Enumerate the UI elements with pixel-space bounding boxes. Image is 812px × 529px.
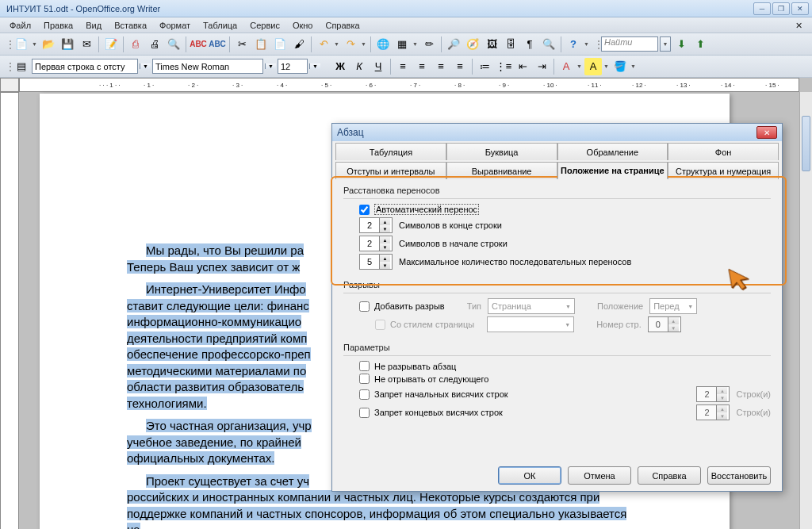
menu-help[interactable]: Справка <box>319 19 366 32</box>
tab-dropcap[interactable]: Буквица <box>446 143 557 160</box>
align-center-icon[interactable]: ≡ <box>413 58 431 75</box>
zoom-icon[interactable]: 🔍 <box>540 36 557 53</box>
font-name-select[interactable]: Times New Roman <box>152 59 263 74</box>
break-pos-select: Перед▼ <box>649 298 697 314</box>
open-icon[interactable]: 📂 <box>40 36 57 53</box>
ok-button[interactable]: ОК <box>498 466 561 485</box>
tab-background[interactable]: Фон <box>668 143 779 160</box>
horizontal-ruler[interactable]: · · · 1 · ·· 1 ·· 2 ·· 3 ·· 4 ·· 5 ·· 6 … <box>19 78 799 92</box>
font-size-select[interactable]: 12 <box>278 59 308 74</box>
dialog-tabs-row1: Табуляция Буквица Обрамление Фон <box>332 141 782 160</box>
auto-hyphen-check[interactable] <box>359 205 370 215</box>
undo-icon[interactable]: ↶ <box>315 36 332 53</box>
bg-color-icon[interactable]: 🪣 <box>611 58 629 75</box>
window-close-button[interactable]: ✕ <box>791 2 809 15</box>
keep-next-checkbox[interactable]: Не отрывать от следующего <box>359 374 488 384</box>
dialog-titlebar[interactable]: Абзац ✕ <box>332 124 782 141</box>
start-chars-label: Символов в начале строки <box>399 239 508 248</box>
dialog-body: Расстановка переносов Автоматический пер… <box>332 179 782 437</box>
align-left-icon[interactable]: ≡ <box>394 58 412 75</box>
tab-borders[interactable]: Обрамление <box>557 143 668 160</box>
styles-icon[interactable]: ▤ <box>13 58 30 75</box>
new-doc-icon[interactable]: 📄 <box>13 36 30 53</box>
break-type-label: Тип <box>467 301 481 311</box>
mail-icon[interactable]: ✉ <box>78 36 95 53</box>
end-chars-spinner[interactable]: ▲▼ <box>359 217 393 233</box>
tab-alignment[interactable]: Выравнивание <box>446 162 557 179</box>
menubar: Файл Правка Вид Вставка Формат Таблица С… <box>0 17 812 33</box>
preview-icon[interactable]: 🔍 <box>165 36 182 53</box>
underline-icon[interactable]: Ч <box>370 58 387 75</box>
page-style-checkbox: Со стилем страницы <box>375 320 474 330</box>
font-color-icon[interactable]: A <box>557 58 575 75</box>
dialog-tabs-row2: Отступы и интервалы Выравнивание Положен… <box>332 160 782 179</box>
redo-icon[interactable]: ↷ <box>342 36 359 53</box>
highlight-color-icon[interactable]: A <box>584 58 602 75</box>
search-input[interactable]: Найти <box>601 36 658 52</box>
numbered-list-icon[interactable]: ≔ <box>476 58 493 75</box>
vertical-ruler[interactable] <box>0 92 19 529</box>
table-icon[interactable]: ▦ <box>393 36 411 53</box>
toolbar-handle-2[interactable] <box>593 36 598 53</box>
menu-view[interactable]: Вид <box>79 19 108 32</box>
datasource-icon[interactable]: 🗄 <box>502 36 519 53</box>
menu-file[interactable]: Файл <box>3 19 37 32</box>
nonprint-icon[interactable]: ¶ <box>521 36 538 53</box>
document-close-icon[interactable]: ✕ <box>789 19 809 33</box>
window-title: ИНТУИТ 51.odt - OpenOffice.org Writer <box>3 4 753 13</box>
edit-doc-icon[interactable]: 📝 <box>102 36 120 53</box>
menu-window[interactable]: Окно <box>286 19 320 32</box>
menu-table[interactable]: Таблица <box>197 19 243 32</box>
format-toolbar: ▤ Первая строка с отсту▼ Times New Roman… <box>0 56 812 78</box>
tab-numbering[interactable]: Структура и нумерация <box>668 162 779 179</box>
start-chars-spinner[interactable]: ▲▼ <box>359 236 393 251</box>
paste-icon[interactable]: 📄 <box>271 36 289 53</box>
autospell-icon[interactable]: ABC <box>209 36 226 53</box>
search-up-icon[interactable]: ⬆ <box>691 36 709 53</box>
help-icon[interactable]: ? <box>565 36 582 53</box>
keep-together-checkbox[interactable]: Не разрывать абзац <box>359 361 456 371</box>
cut-icon[interactable]: ✂ <box>233 36 251 53</box>
navigator-icon[interactable]: 🧭 <box>464 36 481 53</box>
dialog-close-button[interactable]: ✕ <box>756 126 777 139</box>
hyperlink-icon[interactable]: 🌐 <box>374 36 392 53</box>
minimize-button[interactable]: ─ <box>753 2 771 15</box>
reset-button[interactable]: Восстановить <box>707 466 771 485</box>
auto-hyphenation-checkbox[interactable]: Автоматический перенос <box>359 204 771 215</box>
vertical-scrollbar[interactable] <box>799 92 812 529</box>
maximize-button[interactable]: ❐ <box>772 2 790 15</box>
drawing-icon[interactable]: ✏ <box>420 36 438 53</box>
pdf-icon[interactable]: ⎙ <box>127 36 144 53</box>
insert-break-checkbox[interactable]: Добавить разрыв <box>359 301 445 312</box>
bold-icon[interactable]: Ж <box>331 58 349 75</box>
spellcheck-icon[interactable]: ABC <box>190 36 207 53</box>
help-button[interactable]: Справка <box>638 466 701 485</box>
align-justify-icon[interactable]: ≡ <box>451 58 469 75</box>
orphan-checkbox[interactable]: Запрет начальных висячих строк <box>359 389 508 400</box>
tab-tabulation[interactable]: Табуляция <box>335 143 446 160</box>
format-paint-icon[interactable]: 🖌 <box>290 36 308 53</box>
save-icon[interactable]: 💾 <box>59 36 76 53</box>
toolbar-handle[interactable] <box>5 36 10 53</box>
increase-indent-icon[interactable]: ⇥ <box>533 58 550 75</box>
decrease-indent-icon[interactable]: ⇤ <box>514 58 531 75</box>
bullet-list-icon[interactable]: ⋮≡ <box>495 58 512 75</box>
toolbar-handle-3[interactable] <box>5 58 10 75</box>
copy-icon[interactable]: 📋 <box>252 36 270 53</box>
menu-format[interactable]: Формат <box>153 19 197 32</box>
search-down-icon[interactable]: ⬇ <box>672 36 690 53</box>
widow-checkbox[interactable]: Запрет концевых висячих строк <box>359 408 503 418</box>
gallery-icon[interactable]: 🖼 <box>483 36 500 53</box>
print-icon[interactable]: 🖨 <box>146 36 163 53</box>
max-hyphens-spinner[interactable]: ▲▼ <box>359 254 393 270</box>
menu-insert[interactable]: Вставка <box>108 19 153 32</box>
menu-tools[interactable]: Сервис <box>243 19 286 32</box>
align-right-icon[interactable]: ≡ <box>432 58 450 75</box>
menu-edit[interactable]: Правка <box>37 19 79 32</box>
italic-icon[interactable]: К <box>350 58 368 75</box>
tab-textflow[interactable]: Положение на странице <box>557 162 668 179</box>
find-icon[interactable]: 🔎 <box>445 36 462 53</box>
paragraph-style-select[interactable]: Первая строка с отсту <box>32 59 138 74</box>
tab-indents[interactable]: Отступы и интервалы <box>335 162 446 179</box>
cancel-button[interactable]: Отмена <box>568 466 631 485</box>
